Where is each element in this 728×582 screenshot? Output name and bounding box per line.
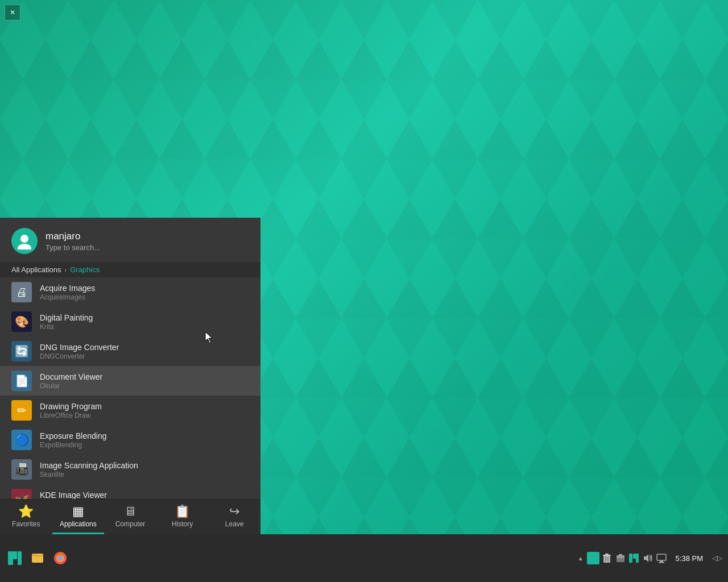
breadcrumb-all-apps[interactable]: All Applications — [11, 265, 61, 274]
nav-label-leave: Leave — [225, 520, 244, 528]
display-settings-icon[interactable] — [655, 552, 668, 564]
avatar — [11, 228, 38, 254]
tray-expand-button[interactable]: ▲ — [576, 554, 586, 563]
start-menu: manjaro Type to search... All Applicatio… — [0, 218, 260, 534]
svg-rect-17 — [629, 554, 632, 563]
avatar-icon — [16, 232, 33, 250]
app-name-document-viewer: Document Viewer — [40, 372, 102, 381]
app-item-exposure-blending[interactable]: 🔵Exposure BlendingExpoBlending — [0, 425, 260, 455]
taskbar-expand-icon[interactable]: ◁▷ — [711, 552, 723, 564]
app-item-digital-painting[interactable]: 🎨Digital PaintingKrita — [0, 307, 260, 336]
svg-rect-19 — [633, 554, 636, 559]
manjaro-icon — [7, 550, 23, 566]
app-cmd-drawing-program: LibreOffice Draw — [40, 411, 102, 419]
svg-rect-16 — [619, 554, 622, 556]
svg-rect-4 — [13, 551, 17, 559]
svg-point-0 — [20, 235, 28, 243]
app-cmd-digital-painting: Krita — [40, 323, 93, 331]
trash-icon[interactable] — [601, 552, 613, 564]
app-item-drawing-program[interactable]: ✏Drawing ProgramLibreOffice Draw — [0, 396, 260, 425]
menu-nav: ⭐Favorites▦Applications🖥Computer📋History… — [0, 499, 260, 534]
app-cmd-image-scanning: Skanlite — [40, 471, 138, 479]
app-cmd-dng-image-converter: DNGConverter — [40, 352, 119, 360]
app-item-document-viewer[interactable]: 📄Document ViewerOkular — [0, 366, 260, 396]
nav-icon-history: 📋 — [175, 505, 190, 518]
app-icon-acquire-images: 🖨 — [11, 282, 32, 302]
app-cmd-exposure-blending: ExpoBlending — [40, 441, 107, 449]
nav-label-computer: Computer — [115, 520, 146, 528]
breadcrumb: All Applications › Graphics — [0, 262, 260, 277]
app-icon-document-viewer: 📄 — [11, 371, 32, 391]
nav-icon-favorites: ⭐ — [18, 505, 34, 518]
svg-rect-22 — [660, 561, 663, 562]
taskbar: ▲ — [0, 534, 728, 582]
app-icon-dng-image-converter: 🔄 — [11, 341, 32, 361]
app-name-digital-painting: Digital Painting — [40, 313, 93, 322]
app-item-kde-image-viewer[interactable]: 🦋KDE Image ViewerGwenview — [0, 484, 260, 499]
app-name-image-scanning: Image Scanning Application — [40, 461, 138, 470]
desktop-close-icon[interactable] — [5, 5, 20, 20]
menu-header: manjaro Type to search... — [0, 218, 260, 262]
nav-label-favorites: Favorites — [12, 520, 40, 528]
app-name-dng-image-converter: DNG Image Converter — [40, 343, 119, 352]
app-icon-image-scanning: 📠 — [11, 459, 32, 480]
nav-icon-applications: ▦ — [72, 505, 84, 518]
svg-marker-20 — [644, 554, 648, 562]
user-info: manjaro Type to search... — [46, 231, 100, 252]
svg-point-8 — [58, 556, 63, 560]
nav-item-history[interactable]: 📋History — [156, 500, 209, 534]
search-hint[interactable]: Type to search... — [46, 243, 100, 252]
network-status-icon[interactable] — [587, 552, 599, 564]
manjaro-tray-icon[interactable] — [628, 552, 640, 564]
nav-icon-leave: ↪ — [229, 505, 239, 518]
svg-rect-21 — [657, 554, 666, 560]
nav-item-computer[interactable]: 🖥Computer — [104, 500, 156, 534]
svg-rect-12 — [605, 557, 606, 561]
nav-icon-computer: 🖥 — [124, 505, 136, 518]
taskbar-manjaro-button[interactable] — [5, 548, 25, 568]
package-manager-icon[interactable] — [614, 552, 627, 564]
app-icon-digital-painting: 🎨 — [11, 311, 32, 332]
nav-item-applications[interactable]: ▦Applications — [52, 500, 105, 534]
taskbar-firefox-button[interactable] — [50, 548, 71, 568]
firefox-icon — [52, 550, 68, 566]
app-item-acquire-images[interactable]: 🖨Acquire ImagesAcquireImages — [0, 277, 260, 307]
svg-rect-3 — [18, 551, 22, 565]
svg-rect-18 — [636, 554, 639, 563]
breadcrumb-chevron-icon: › — [64, 267, 67, 273]
app-icon-exposure-blending: 🔵 — [11, 430, 32, 450]
nav-item-leave[interactable]: ↪Leave — [208, 500, 260, 534]
app-item-image-scanning[interactable]: 📠Image Scanning ApplicationSkanlite — [0, 455, 260, 484]
svg-point-1 — [18, 244, 31, 250]
svg-rect-2 — [8, 551, 13, 565]
nav-label-history: History — [172, 520, 193, 528]
app-name-acquire-images: Acquire Images — [40, 284, 95, 293]
nav-item-favorites[interactable]: ⭐Favorites — [0, 500, 52, 534]
svg-rect-9 — [603, 556, 610, 563]
taskbar-left — [5, 548, 71, 568]
volume-icon[interactable] — [642, 552, 654, 564]
app-list: 🖨Acquire ImagesAcquireImages🎨Digital Pai… — [0, 277, 260, 499]
app-name-drawing-program: Drawing Program — [40, 402, 102, 411]
app-name-exposure-blending: Exposure Blending — [40, 431, 107, 440]
app-item-dng-image-converter[interactable]: 🔄DNG Image ConverterDNGConverter — [0, 336, 260, 366]
app-cmd-document-viewer: Okular — [40, 382, 102, 390]
clock[interactable]: 5:38 PM — [672, 553, 706, 564]
svg-rect-13 — [607, 557, 609, 561]
breadcrumb-current: Graphics — [70, 265, 100, 274]
app-cmd-acquire-images: AcquireImages — [40, 293, 95, 301]
taskbar-right: ▲ — [576, 552, 723, 564]
app-icon-kde-image-viewer: 🦋 — [11, 489, 32, 499]
svg-rect-10 — [603, 555, 611, 556]
tray-area: ▲ — [576, 552, 668, 564]
app-name-kde-image-viewer: KDE Image Viewer — [40, 490, 107, 500]
svg-rect-23 — [659, 562, 664, 563]
svg-rect-11 — [605, 554, 609, 555]
username: manjaro — [46, 231, 100, 242]
files-icon — [30, 550, 46, 566]
nav-label-applications: Applications — [60, 520, 97, 528]
app-icon-drawing-program: ✏ — [11, 400, 32, 421]
taskbar-files-button[interactable] — [27, 548, 48, 568]
